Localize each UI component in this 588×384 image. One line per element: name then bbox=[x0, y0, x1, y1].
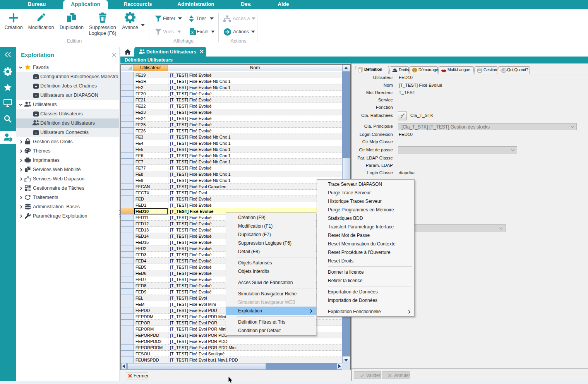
svg-text:x: x bbox=[191, 30, 194, 34]
